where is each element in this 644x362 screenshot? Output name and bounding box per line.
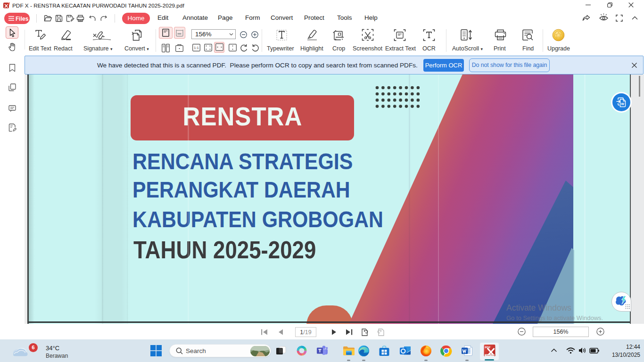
svg-text:Viewer & Editor: Viewer & Editor — [486, 354, 495, 356]
svg-text:1:1: 1:1 — [194, 46, 198, 50]
svg-text:W: W — [621, 102, 624, 106]
